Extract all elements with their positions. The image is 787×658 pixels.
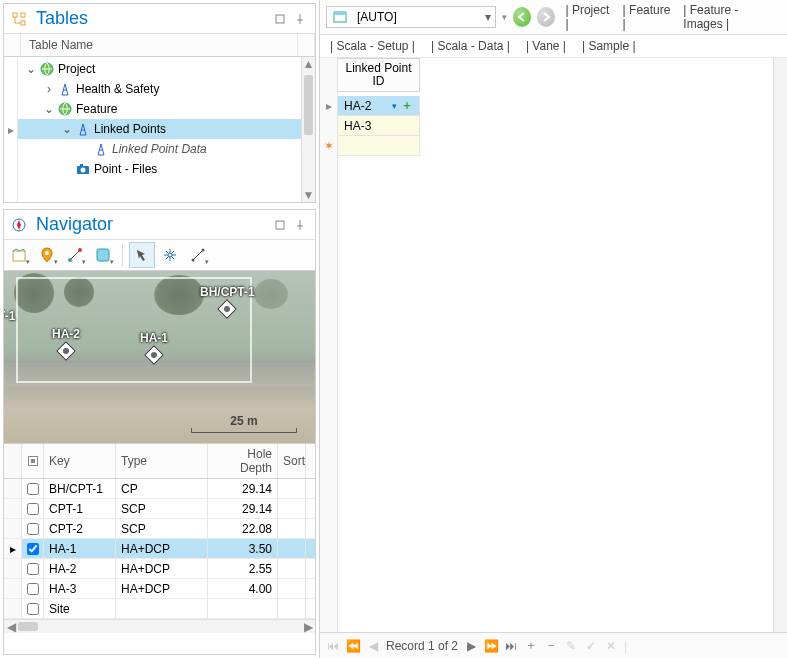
cell-type: SCP [116,519,208,538]
cell-depth [208,599,278,618]
select-area-button[interactable]: ▾ [90,242,116,268]
layout-combo[interactable]: [AUTO] ▾ [326,6,496,28]
col-sort[interactable]: Sort [278,444,306,478]
new-row[interactable]: ✶ [320,136,420,156]
tab-link[interactable]: | Project | [561,3,614,31]
table-row[interactable]: CPT-1SCP29.14 [4,499,315,519]
tree-icon [11,11,27,27]
tree-gutter[interactable]: ▸ [4,57,18,202]
cell-type: CP [116,479,208,498]
edit-record-button[interactable]: ✎ [564,639,578,653]
svg-rect-0 [13,13,17,17]
commit-record-button[interactable]: ✓ [584,639,598,653]
node-icon [39,61,55,77]
cell-depth: 29.14 [208,479,278,498]
right-vertical-scrollbar[interactable] [773,58,787,632]
cell-depth: 2.55 [208,559,278,578]
linked-point-id-header[interactable]: Linked Point ID [338,58,420,92]
next-record-button[interactable]: ▶ [464,639,478,653]
grid-horizontal-scrollbar[interactable]: ◀ ▶ [4,619,315,633]
linked-point-cell[interactable]: HA-2▾＋ [338,96,420,116]
table-row[interactable]: CPT-2SCP22.08 [4,519,315,539]
navigator-title: Navigator [36,214,269,235]
record-navigator: ⏮ ⏪ ◀ Record 1 of 2 ▶ ⏩ ⏭ ＋ － ✎ ✓ ✕ [320,632,787,658]
tables-vertical-scrollbar[interactable]: ▲ ▼ [301,57,315,202]
tree-node[interactable]: Linked Point Data [18,139,315,159]
tree-node[interactable]: ⌄Linked Points [18,119,315,139]
linked-point-row[interactable]: HA-3 [320,116,420,136]
delete-record-button[interactable]: － [544,637,558,654]
cell-key: CPT-1 [44,499,116,518]
svg-rect-8 [80,164,83,166]
measure-tool-button[interactable]: ▾ [185,242,211,268]
table-row[interactable]: ▸HA-1HA+DCP3.50 [4,539,315,559]
tab-link[interactable]: | Scala - Data | [427,39,514,53]
col-depth[interactable]: Hole Depth [208,444,278,478]
node-label: Linked Points [94,122,166,136]
checkbox-header[interactable] [22,444,44,478]
map-layer-button[interactable]: ▾ [6,242,32,268]
cell-type: SCP [116,499,208,518]
tab-link[interactable]: | Feature - Images | [679,3,781,31]
table-row[interactable]: Site [4,599,315,619]
pointer-tool-button[interactable] [129,242,155,268]
col-type[interactable]: Type [116,444,208,478]
row-checkbox[interactable] [22,499,44,518]
cell-type [116,599,208,618]
tab-link[interactable]: | Feature | [619,3,676,31]
marker-button[interactable]: ▾ [34,242,60,268]
first-record-button[interactable]: ⏮ [326,639,340,653]
table-row[interactable]: BH/CPT-1CP29.14 [4,479,315,499]
maximize-icon[interactable] [271,10,289,28]
node-label: Point - Files [94,162,157,176]
map-point[interactable]: HA-2 [52,327,80,358]
collapse-icon[interactable]: ⌄ [24,62,38,76]
collapse-icon[interactable]: ⌄ [42,102,56,116]
prev-page-button[interactable]: ⏪ [346,639,360,653]
row-checkbox[interactable] [22,519,44,538]
tab-link[interactable]: | Vane | [522,39,570,53]
map-point[interactable]: T-1 [4,309,15,323]
cell-key: HA-1 [44,539,116,558]
last-record-button[interactable]: ⏭ [504,639,518,653]
linked-point-cell[interactable]: HA-3 [338,116,420,136]
row-checkbox[interactable] [22,479,44,498]
pan-tool-button[interactable] [157,242,183,268]
row-checkbox[interactable] [22,539,44,558]
tab-link[interactable]: | Scala - Setup | [326,39,419,53]
pin-icon[interactable] [291,216,309,234]
prev-record-button[interactable]: ◀ [366,639,380,653]
node-label: Feature [76,102,117,116]
next-page-button[interactable]: ⏩ [484,639,498,653]
table-row[interactable]: HA-3HA+DCP4.00 [4,579,315,599]
tree-node[interactable]: ⌄Feature [18,99,315,119]
col-key[interactable]: Key [44,444,116,478]
tree-node[interactable]: ›Health & Safety [18,79,315,99]
row-checkbox[interactable] [22,599,44,618]
compass-icon [11,217,27,233]
nav-back-button[interactable] [513,7,531,27]
map-point[interactable]: HA-1 [140,331,168,362]
tree-node[interactable]: Point - Files [18,159,315,179]
collapse-icon[interactable]: ⌄ [60,122,74,136]
tree-node[interactable]: ⌄Project [18,59,315,79]
map-point[interactable]: BH/CPT-1 [200,285,255,316]
expand-icon[interactable]: › [42,82,56,96]
cell-depth: 29.14 [208,499,278,518]
maximize-icon[interactable] [271,216,289,234]
add-record-button[interactable]: ＋ [524,637,538,654]
route-path-button[interactable]: ▾ [62,242,88,268]
cell-key: CPT-2 [44,519,116,538]
right-top-toolbar: [AUTO] ▾ ▾ | Project || Feature || Featu… [320,0,787,35]
tab-link[interactable]: | Sample | [578,39,640,53]
node-label: Linked Point Data [112,142,207,156]
node-icon [75,161,91,177]
cancel-record-button[interactable]: ✕ [604,639,618,653]
row-checkbox[interactable] [22,559,44,578]
row-checkbox[interactable] [22,579,44,598]
table-row[interactable]: HA-2HA+DCP2.55 [4,559,315,579]
map-viewport[interactable]: T-1BH/CPT-1HA-2HA-1 25 m [4,271,315,443]
linked-point-row[interactable]: ▸HA-2▾＋ [320,96,420,116]
pin-icon[interactable] [291,10,309,28]
node-icon [93,141,109,157]
